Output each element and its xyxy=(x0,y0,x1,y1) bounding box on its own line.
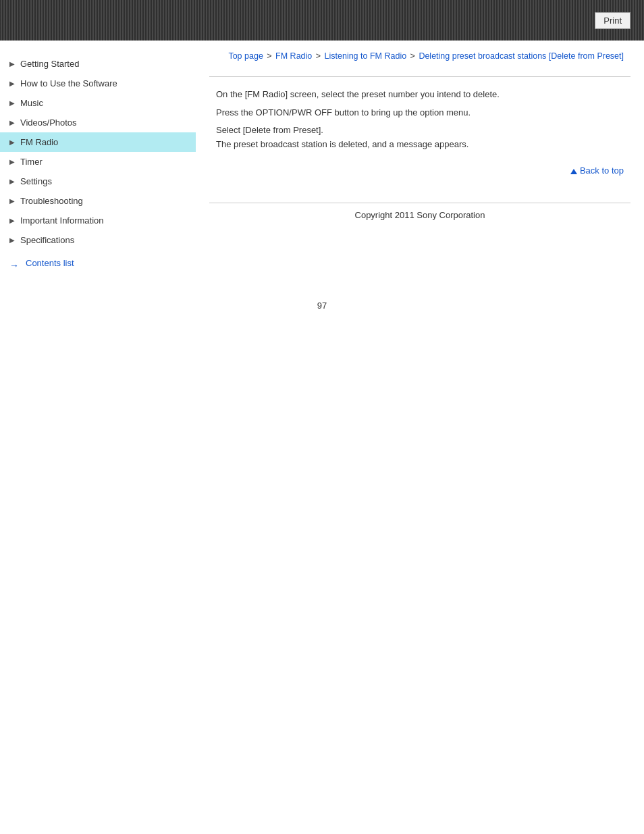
arrow-icon: ▶ xyxy=(9,197,16,205)
sidebar-item-label: How to Use the Software xyxy=(20,78,117,88)
arrow-icon: ▶ xyxy=(9,217,16,224)
triangle-icon xyxy=(570,169,577,174)
breadcrumb-fm-radio[interactable]: FM Radio xyxy=(275,51,312,61)
sidebar-item-label: Specifications xyxy=(20,235,74,245)
back-to-top: Back to top xyxy=(209,165,630,176)
contents-list-anchor[interactable]: Contents list xyxy=(26,258,74,268)
footer: Copyright 2011 Sony Corporation xyxy=(209,203,630,227)
sidebar-item-label: Getting Started xyxy=(20,59,79,69)
sidebar-item-label: Timer xyxy=(20,157,43,167)
sidebar-item-music[interactable]: ▶ Music xyxy=(0,93,196,113)
arrow-icon: ▶ xyxy=(9,178,16,185)
copyright-text: Copyright 2011 Sony Corporation xyxy=(355,210,485,220)
arrow-icon: ▶ xyxy=(9,80,16,87)
back-to-top-link[interactable]: Back to top xyxy=(570,165,624,176)
sidebar-item-label: Settings xyxy=(20,176,52,186)
sidebar-item-timer[interactable]: ▶ Timer xyxy=(0,152,196,172)
arrow-icon: ▶ xyxy=(9,236,16,244)
sidebar-item-troubleshooting[interactable]: ▶ Troubleshooting xyxy=(0,191,196,211)
main-container: ▶ Getting Started ▶ How to Use the Softw… xyxy=(0,41,644,280)
step-3: Select [Delete from Preset]. The preset … xyxy=(216,124,624,152)
breadcrumb-current: Deleting preset broadcast stations [Dele… xyxy=(419,51,624,61)
sidebar-item-label: Important Information xyxy=(20,215,104,226)
back-to-top-label: Back to top xyxy=(580,165,624,176)
arrow-icon: ▶ xyxy=(9,60,16,68)
sidebar-item-label: Troubleshooting xyxy=(20,196,83,206)
sidebar-item-important-information[interactable]: ▶ Important Information xyxy=(0,211,196,230)
sidebar-item-label: FM Radio xyxy=(20,137,58,147)
breadcrumb-sep: > xyxy=(265,51,274,61)
arrow-icon: ▶ xyxy=(9,158,16,165)
arrow-icon: ▶ xyxy=(9,99,16,107)
page-number: 97 xyxy=(0,301,644,311)
breadcrumb-sep: > xyxy=(408,51,417,61)
breadcrumb-top-page[interactable]: Top page xyxy=(228,51,263,61)
contents-list-link[interactable]: Contents list xyxy=(0,253,196,273)
step-2: Press the OPTION/PWR OFF button to bring… xyxy=(216,106,624,120)
arrow-icon: ▶ xyxy=(9,138,16,146)
sidebar-item-settings[interactable]: ▶ Settings xyxy=(0,172,196,191)
breadcrumb-listening[interactable]: Listening to FM Radio xyxy=(325,51,407,61)
content-body: On the [FM Radio] screen, select the pre… xyxy=(209,88,630,152)
sidebar: ▶ Getting Started ▶ How to Use the Softw… xyxy=(0,47,196,280)
sidebar-item-getting-started[interactable]: ▶ Getting Started xyxy=(0,54,196,74)
sidebar-item-specifications[interactable]: ▶ Specifications xyxy=(0,230,196,250)
sidebar-item-videos-photos[interactable]: ▶ Videos/Photos xyxy=(0,113,196,132)
breadcrumb-sep: > xyxy=(313,51,323,61)
sidebar-item-label: Videos/Photos xyxy=(20,118,77,128)
content-area: Top page > FM Radio > Listening to FM Ra… xyxy=(196,47,644,280)
sidebar-item-fm-radio[interactable]: ▶ FM Radio xyxy=(0,132,196,152)
header-bar: Print xyxy=(0,0,644,41)
content-divider xyxy=(209,76,630,77)
sidebar-item-label: Music xyxy=(20,98,43,108)
breadcrumb: Top page > FM Radio > Listening to FM Ra… xyxy=(209,47,630,66)
sidebar-item-how-to-use[interactable]: ▶ How to Use the Software xyxy=(0,74,196,93)
step-1: On the [FM Radio] screen, select the pre… xyxy=(216,88,624,102)
arrow-right-icon xyxy=(9,260,22,267)
print-button[interactable]: Print xyxy=(595,12,630,29)
arrow-icon: ▶ xyxy=(9,119,16,126)
